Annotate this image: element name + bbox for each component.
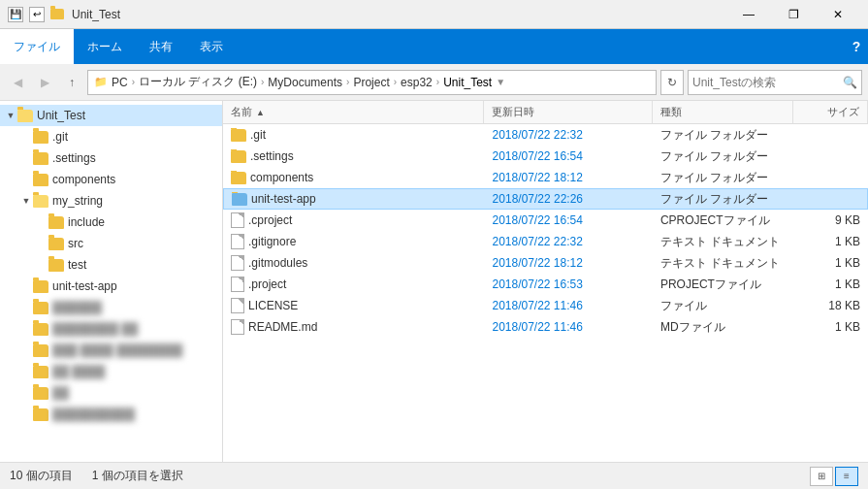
tree-label: test [68, 258, 86, 272]
expand-icon [19, 301, 33, 314]
sidebar-item-test[interactable]: test [0, 254, 222, 276]
tree-label: unit-test-app [52, 279, 117, 293]
col-name-label: 名前 [231, 105, 252, 119]
table-row[interactable]: .gitignore 2018/07/22 22:32 テキスト ドキュメント … [223, 231, 868, 252]
folder-icon [232, 193, 247, 206]
ribbon-tab-share[interactable]: 共有 [136, 29, 186, 64]
folder-title-icon [50, 9, 64, 19]
column-header-name[interactable]: 名前 ▲ [223, 101, 484, 123]
tree-label: ██ ████ [52, 365, 105, 378]
ribbon-tab-home[interactable]: ホーム [74, 29, 136, 64]
table-row[interactable]: .cproject 2018/07/22 16:54 CPROJECTファイル … [223, 210, 868, 231]
title-bar-icons: 💾 ↩ [8, 7, 64, 22]
file-size: 1 KB [793, 235, 868, 248]
file-date: 2018/07/22 22:32 [484, 128, 652, 142]
file-list-body: .git 2018/07/22 22:32 ファイル フォルダー .settin… [223, 124, 868, 462]
file-name: unit-test-app [251, 192, 316, 206]
title-bar: 💾 ↩ Unit_Test — ❐ ✕ [0, 0, 868, 29]
file-name: .cproject [248, 213, 292, 227]
sidebar-item-components[interactable]: components [0, 169, 222, 190]
column-header-date[interactable]: 更新日時 [484, 101, 652, 123]
forward-button[interactable]: ▶ [33, 71, 56, 94]
ribbon: ファイル ホーム 共有 表示 ? [0, 29, 868, 64]
sidebar-item-settings[interactable]: .settings [0, 147, 222, 169]
column-header-type[interactable]: 種類 [653, 101, 793, 123]
file-date: 2018/07/22 16:54 [484, 149, 652, 163]
path-pc: PC [112, 76, 128, 89]
close-button[interactable]: ✕ [816, 0, 860, 29]
ribbon-tab-file[interactable]: ファイル [0, 29, 74, 64]
col-date-label: 更新日時 [492, 105, 534, 119]
sidebar-item-blurred-3[interactable]: ███ ████ ████████ [0, 340, 222, 361]
file-icon [231, 298, 244, 313]
sidebar-item-include[interactable]: include [0, 212, 222, 233]
table-row[interactable]: components 2018/07/22 18:12 ファイル フォルダー [223, 167, 868, 188]
file-type: PROJECTファイル [653, 277, 793, 293]
sidebar-item-src[interactable]: src [0, 233, 222, 254]
quick-access-icon[interactable]: 💾 [8, 7, 23, 22]
file-list-header: 名前 ▲ 更新日時 種類 サイズ [223, 101, 868, 124]
sidebar-item-unit-test[interactable]: ▼ Unit_Test [0, 105, 222, 126]
folder-icon [48, 259, 64, 272]
sidebar-item-unit-test-app[interactable]: unit-test-app [0, 276, 222, 297]
file-icon [231, 212, 244, 228]
expand-icon [19, 130, 33, 144]
file-name: .project [248, 277, 286, 291]
undo-icon[interactable]: ↩ [29, 7, 45, 22]
search-box[interactable]: 🔍 [688, 70, 862, 95]
address-path[interactable]: 📁 PC › ローカル ディスク (E:) › MyDocuments › Pr… [87, 70, 657, 95]
expand-icon [19, 173, 33, 186]
restore-button[interactable]: ❐ [771, 0, 816, 29]
sidebar-item-my-string[interactable]: ▼ my_string [0, 190, 222, 212]
table-row[interactable]: .settings 2018/07/22 16:54 ファイル フォルダー [223, 146, 868, 167]
folder-icon [33, 344, 48, 357]
item-count: 10 個の項目 [10, 468, 73, 484]
expand-icon: ▼ [19, 194, 33, 208]
column-header-size[interactable]: サイズ [793, 101, 868, 123]
expand-icon [19, 386, 33, 400]
expand-icon [19, 365, 33, 378]
table-row[interactable]: .git 2018/07/22 22:32 ファイル フォルダー [223, 124, 868, 146]
folder-icon [231, 150, 246, 163]
file-type: CPROJECTファイル [653, 212, 793, 229]
status-bar: 10 個の項目 1 個の項目を選択 ⊞ ≡ [0, 462, 868, 489]
refresh-button[interactable]: ↻ [660, 70, 684, 95]
sidebar-item-blurred-1[interactable]: ██████ [0, 297, 222, 318]
folder-icon [33, 195, 48, 208]
sidebar-item-blurred-4[interactable]: ██ ████ [0, 361, 222, 382]
sidebar-item-blurred-5[interactable]: ██ [0, 382, 222, 404]
path-current: Unit_Test [443, 76, 492, 89]
file-type: ファイル フォルダー [653, 191, 792, 208]
file-icon [231, 319, 244, 335]
file-type: ファイル フォルダー [653, 127, 793, 144]
up-button[interactable]: ↑ [60, 71, 83, 94]
col-size-label: サイズ [827, 105, 859, 119]
folder-icon [33, 174, 48, 186]
back-button[interactable]: ◀ [6, 71, 29, 94]
table-row[interactable]: .project 2018/07/22 16:53 PROJECTファイル 1 … [223, 274, 868, 295]
table-row[interactable]: LICENSE 2018/07/22 11:46 ファイル 18 KB [223, 295, 868, 316]
list-view-button[interactable]: ≡ [835, 467, 858, 486]
folder-icon [33, 408, 48, 421]
table-row[interactable]: unit-test-app 2018/07/22 22:26 ファイル フォルダ… [223, 188, 868, 210]
file-size: 1 KB [793, 320, 868, 334]
path-folder-icon: 📁 [94, 76, 108, 88]
search-input[interactable] [692, 76, 843, 89]
table-row[interactable]: README.md 2018/07/22 11:46 MDファイル 1 KB [223, 316, 868, 338]
sidebar-item-git[interactable]: .git [0, 126, 222, 147]
file-name: .settings [250, 149, 294, 163]
tree-label: src [68, 237, 83, 250]
search-icon[interactable]: 🔍 [843, 76, 857, 89]
ribbon-tab-view[interactable]: 表示 [186, 29, 237, 64]
table-row[interactable]: .gitmodules 2018/07/22 18:12 テキスト ドキュメント… [223, 252, 868, 274]
help-icon[interactable]: ? [845, 29, 868, 64]
tree-label: components [52, 173, 115, 186]
folder-icon [33, 323, 48, 336]
details-view-button[interactable]: ⊞ [810, 467, 833, 486]
minimize-button[interactable]: — [726, 0, 771, 29]
expand-icon [19, 279, 33, 293]
main-area: ▼ Unit_Test .git .settings components ▼ … [0, 101, 868, 462]
expand-icon [19, 151, 33, 165]
sidebar-item-blurred-2[interactable]: ████████ ██ [0, 318, 222, 340]
sidebar-item-blurred-6[interactable]: ██████████ [0, 404, 222, 425]
